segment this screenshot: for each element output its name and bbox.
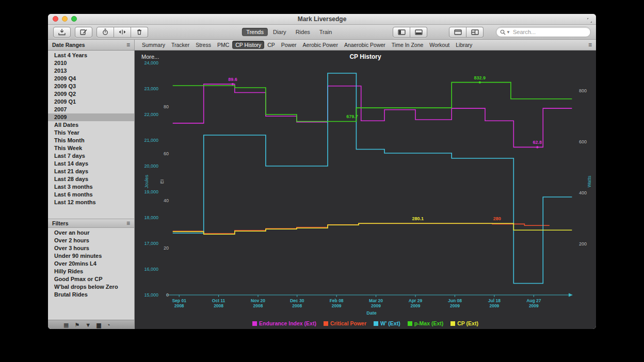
- date-range-last-3-months[interactable]: Last 3 months: [48, 183, 134, 191]
- search-input[interactable]: [512, 28, 587, 36]
- filter-good-pmax-or-cp[interactable]: Good Pmax or CP: [48, 275, 134, 283]
- tab-tracker[interactable]: Tracker: [168, 41, 192, 49]
- toggle-sidebar-button[interactable]: [393, 27, 410, 38]
- tab-bar-menu-icon[interactable]: ≡: [588, 42, 592, 48]
- svg-text:Dec 30: Dec 30: [290, 298, 304, 303]
- filter-over-an-hour[interactable]: Over an hour: [48, 229, 134, 237]
- date-ranges-menu-icon[interactable]: ≡: [126, 42, 130, 48]
- tab-stress[interactable]: Stress: [192, 41, 214, 49]
- legend-label: CP (Ext): [457, 320, 478, 326]
- fullscreen-icon[interactable]: [587, 16, 592, 25]
- date-range-last-12-months[interactable]: Last 12 months: [48, 199, 134, 206]
- interval-stopwatch-button[interactable]: [96, 27, 114, 38]
- search-icon: [500, 29, 506, 35]
- split-ride-button[interactable]: [114, 27, 131, 38]
- svg-text:Jun 08: Jun 08: [448, 298, 462, 303]
- tab-aerobic-power[interactable]: Aerobic Power: [300, 41, 341, 49]
- legend-swatch: [252, 321, 257, 326]
- date-range-2009-q2[interactable]: 2009 Q2: [48, 90, 134, 98]
- filter-under-90-minutes[interactable]: Under 90 minutes: [48, 252, 134, 260]
- date-range-this-year[interactable]: This Year: [48, 129, 134, 137]
- view-segment-rides[interactable]: Rides: [292, 28, 314, 36]
- legend-endurance-index-ext: Endurance Index (Ext): [252, 320, 316, 326]
- filter-brutal-rides[interactable]: Brutal Rides: [48, 291, 134, 299]
- tiled-view-button[interactable]: [466, 27, 484, 38]
- date-ranges-list: Last 4 Years201020132009 Q42009 Q32009 Q…: [48, 52, 134, 206]
- tab-cp[interactable]: CP: [264, 41, 278, 49]
- legend-critical-power: Critical Power: [324, 320, 366, 326]
- search-field[interactable]: ▼: [496, 27, 591, 37]
- bookmark-icon[interactable]: ⚑: [74, 322, 79, 328]
- legend-swatch: [450, 321, 455, 326]
- toggle-lowbar-button[interactable]: [410, 27, 427, 38]
- calendar-icon[interactable]: ▦: [63, 322, 69, 328]
- traffic-lights: [53, 16, 77, 22]
- compose-button[interactable]: [75, 27, 92, 38]
- date-range-2009-q3[interactable]: 2009 Q3: [48, 83, 134, 90]
- svg-text:2009: 2009: [489, 303, 499, 308]
- date-range-last-28-days[interactable]: Last 28 days: [48, 175, 134, 183]
- date-range-last-21-days[interactable]: Last 21 days: [48, 168, 134, 175]
- tab-pmc[interactable]: PMC: [214, 41, 232, 49]
- svg-text:23,000: 23,000: [144, 86, 158, 91]
- view-segment-trends[interactable]: Trends: [242, 28, 268, 36]
- date-range-last-7-days[interactable]: Last 7 days: [48, 152, 134, 160]
- minimize-button[interactable]: [62, 16, 68, 22]
- tabbed-view-button[interactable]: [449, 27, 466, 38]
- tab-workout[interactable]: Workout: [426, 41, 453, 49]
- title-bar: Mark Liversedge: [48, 14, 596, 25]
- filter-over-20mins-l4[interactable]: Over 20mins L4: [48, 260, 134, 268]
- svg-text:Joules: Joules: [144, 174, 149, 188]
- view-segment-diary[interactable]: Diary: [269, 28, 291, 36]
- date-range-2009[interactable]: 2009: [48, 113, 134, 121]
- date-range-last-6-months[interactable]: Last 6 months: [48, 191, 134, 199]
- svg-text:2008: 2008: [292, 303, 302, 308]
- filter-hilly-rides[interactable]: Hilly Rides: [48, 268, 134, 275]
- date-range-last-4-years[interactable]: Last 4 Years: [48, 52, 134, 59]
- date-ranges-title: Date Ranges: [52, 42, 85, 48]
- svg-text:200: 200: [579, 241, 587, 246]
- svg-text:2009: 2009: [371, 303, 381, 308]
- clock-icon[interactable]: ◔: [107, 322, 110, 328]
- ride-actions-group: [96, 27, 148, 38]
- zoom-button[interactable]: [71, 16, 77, 22]
- filter-over-2-hours[interactable]: Over 2 hours: [48, 237, 134, 244]
- filter-funnel-icon[interactable]: ▼: [85, 322, 91, 328]
- sidebar: Last 4 Years201020132009 Q42009 Q32009 Q…: [48, 51, 135, 329]
- search-scope-chevron-icon[interactable]: ▼: [506, 30, 510, 35]
- legend-label: Endurance Index (Ext): [259, 320, 316, 326]
- svg-text:2009: 2009: [332, 303, 342, 308]
- svg-text:2008: 2008: [253, 303, 263, 308]
- sidebar-footer: ▦ ⚑ ▼ ▆ ◔: [48, 320, 134, 329]
- date-range-this-week[interactable]: This Week: [48, 144, 134, 152]
- close-button[interactable]: [53, 16, 58, 22]
- tab-anaerobic-power[interactable]: Anaerobic Power: [341, 41, 389, 49]
- tab-power[interactable]: Power: [278, 41, 300, 49]
- filters-header: Filters ≡: [48, 219, 134, 228]
- tab-summary[interactable]: Summary: [139, 41, 168, 49]
- date-range-this-month[interactable]: This Month: [48, 137, 134, 144]
- download-button[interactable]: [53, 27, 71, 38]
- date-range-2009-q4[interactable]: 2009 Q4: [48, 75, 134, 83]
- svg-text:80: 80: [164, 104, 169, 109]
- chart-icon[interactable]: ▆: [96, 322, 101, 328]
- svg-text:Aug 27: Aug 27: [526, 298, 541, 303]
- filters-menu-icon[interactable]: ≡: [126, 220, 130, 226]
- date-range-2007[interactable]: 2007: [48, 106, 134, 113]
- svg-text:17,000: 17,000: [144, 241, 158, 246]
- date-range-2010[interactable]: 2010: [48, 59, 134, 67]
- date-range-last-14-days[interactable]: Last 14 days: [48, 160, 134, 168]
- tab-cp-history[interactable]: CP History: [232, 41, 264, 49]
- tab-time-in-zone[interactable]: Time In Zone: [389, 41, 426, 49]
- filter-w-bal-drops-below-zero[interactable]: W'bal drops below Zero: [48, 283, 134, 291]
- date-range-all-dates[interactable]: All Dates: [48, 121, 134, 129]
- header-row: Date Ranges ≡ SummaryTrackerStressPMCCP …: [48, 40, 596, 51]
- view-segment-train[interactable]: Train: [315, 28, 336, 36]
- date-range-2013[interactable]: 2013: [48, 67, 134, 75]
- tab-library[interactable]: Library: [453, 41, 475, 49]
- delete-trash-button[interactable]: [131, 27, 148, 38]
- date-range-2009-q1[interactable]: 2009 Q1: [48, 98, 134, 106]
- filter-over-3-hours[interactable]: Over 3 hours: [48, 244, 134, 252]
- legend-p-max-ext: p-Max (Ext): [408, 320, 444, 326]
- sidebar-toggle-group: [393, 27, 427, 38]
